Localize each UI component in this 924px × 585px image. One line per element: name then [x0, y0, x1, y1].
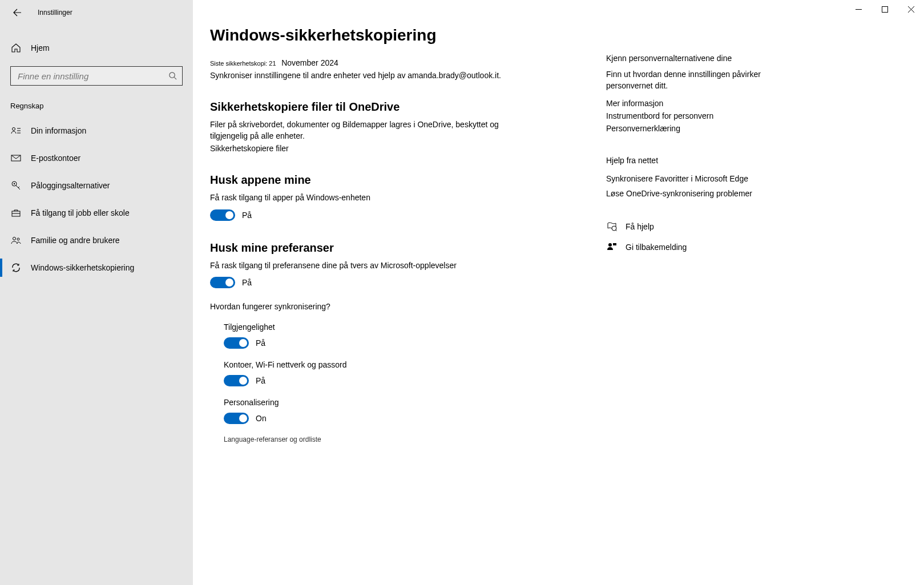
svg-point-2 — [13, 128, 15, 131]
apps-toggle-label: På — [242, 211, 252, 220]
app-title: Innstillinger — [38, 9, 72, 17]
minimize-icon — [856, 6, 862, 13]
content-side: Kjenn personvernalternativene dine Finn … — [606, 26, 800, 585]
sub-personalization-state: On — [256, 414, 267, 423]
sub-accounts-toggle[interactable] — [224, 375, 249, 386]
main-area: Windows-sikkerhetskopiering Siste sikker… — [193, 0, 924, 585]
sub-personalization-toggle[interactable] — [224, 413, 249, 424]
sync-icon — [10, 262, 22, 273]
apps-toggle-row: På — [210, 209, 589, 221]
sidebar-item-label: Din informasjon — [31, 126, 86, 135]
section-apps: Husk appene mine Få rask tilgang til app… — [210, 174, 589, 221]
svg-point-8 — [14, 183, 15, 184]
privacy-link-statement[interactable]: Personvernerklæring — [606, 124, 800, 133]
maximize-button[interactable] — [871, 0, 898, 18]
sidebar-section-label: Regnskap — [10, 102, 183, 110]
sidebar-item-label: Påloggingsalternativer — [31, 181, 110, 190]
sync-info: Synkroniser innstillingene til andre enh… — [210, 71, 589, 80]
onedrive-backup-link[interactable]: Sikkerhetskopiere filer — [210, 144, 589, 153]
svg-point-12 — [17, 238, 19, 240]
feedback-label: Gi tilbakemelding — [626, 243, 687, 252]
sidebar-item-label: Familie og andre brukere — [31, 236, 120, 245]
privacy-heading: Kjenn personvernalternativene dine — [606, 54, 800, 63]
close-button[interactable] — [898, 0, 924, 18]
svg-point-11 — [13, 237, 16, 240]
sidebar-item-work-school[interactable]: Få tilgang til jobb eller skole — [0, 199, 193, 227]
onedrive-desc: Filer på skrivebordet, dokumenter og Bil… — [210, 119, 530, 142]
apps-desc: Få rask tilgang til apper på Windows-enh… — [210, 192, 530, 204]
prefs-heading: Husk mine preferanser — [210, 241, 589, 255]
key-icon — [10, 180, 22, 191]
person-card-icon — [10, 125, 22, 136]
page-title: Windows-sikkerhetskopiering — [210, 26, 589, 45]
svg-rect-14 — [882, 6, 887, 12]
last-backup-label: Siste sikkerhetskopi: 21 — [210, 60, 276, 67]
sidebar-item-label: Windows-sikkerhetskopiering — [31, 263, 134, 272]
sub-personalization-label: Personalisering — [224, 398, 589, 407]
close-icon — [908, 6, 914, 13]
apps-heading: Husk appene mine — [210, 174, 589, 187]
feedback-icon — [606, 241, 618, 253]
sidebar-item-family[interactable]: Familie og andre brukere — [0, 227, 193, 254]
svg-line-18 — [616, 229, 617, 231]
sub-accessibility-state: På — [256, 338, 265, 348]
web-heading: Hjelp fra nettet — [606, 156, 800, 165]
search-icon — [168, 71, 177, 80]
sidebar-item-email[interactable]: E-postkontoer — [0, 144, 193, 172]
sub-accounts: Kontoer, Wi-Fi nettverk og passord På — [224, 360, 589, 386]
prefs-desc: Få rask tilgang til preferansene dine på… — [210, 260, 530, 272]
help-icon — [606, 221, 618, 232]
side-actions-block: Få hjelp Gi tilbakemelding — [606, 221, 800, 253]
web-link-edge-favs[interactable]: Synkronisere Favoritter i Microsoft Edge — [606, 174, 800, 183]
how-sync-link[interactable]: Hvordan fungerer synkronisering? — [210, 302, 589, 311]
get-help-label: Få hjelp — [626, 222, 654, 231]
sidebar-nav: Din informasjon E-postkontoer Påloggings… — [0, 117, 193, 281]
sidebar: Innstillinger Hjem Regnskap Din informas… — [0, 0, 193, 585]
onedrive-heading: Sikkerhetskopiere filer til OneDrive — [210, 100, 589, 114]
window-controls — [845, 0, 924, 18]
home-icon — [10, 42, 22, 54]
arrow-left-icon — [13, 8, 22, 17]
prefs-toggle[interactable] — [210, 277, 235, 288]
sub-accounts-state: På — [256, 376, 265, 385]
web-link-onedrive[interactable]: Løse OneDrive-synkronisering problemer — [606, 189, 800, 198]
prefs-toggle-row: På — [210, 277, 589, 288]
feedback-link[interactable]: Gi tilbakemelding — [606, 241, 800, 253]
prefs-toggle-label: På — [242, 278, 252, 287]
content-main: Windows-sikkerhetskopiering Siste sikker… — [210, 26, 606, 585]
section-onedrive: Sikkerhetskopiere filer til OneDrive Fil… — [210, 100, 589, 153]
sidebar-item-your-info[interactable]: Din informasjon — [0, 117, 193, 144]
sub-accessibility: Tilgjengelighet På — [224, 322, 589, 349]
svg-point-0 — [170, 72, 175, 78]
sub-language-cut: Language-referanser og ordliste — [224, 435, 589, 443]
privacy-text: Finn ut hvordan denne innstillingen påvi… — [606, 68, 800, 92]
last-backup-line: Siste sikkerhetskopi: 21 November 2024 — [210, 58, 589, 67]
privacy-link-more[interactable]: Mer informasjon — [606, 99, 800, 108]
sub-personalization: Personalisering On — [224, 398, 589, 424]
mail-icon — [10, 152, 22, 164]
briefcase-icon — [10, 207, 22, 219]
back-button[interactable] — [10, 6, 24, 19]
last-backup-date: November 2024 — [281, 58, 338, 67]
section-prefs: Husk mine preferanser Få rask tilgang ti… — [210, 241, 589, 444]
privacy-link-dashboard[interactable]: Instrumentbord for personvern — [606, 111, 800, 120]
svg-point-19 — [608, 243, 612, 247]
apps-toggle[interactable] — [210, 209, 235, 221]
sidebar-item-label: Få tilgang til jobb eller skole — [31, 208, 130, 217]
sub-accounts-label: Kontoer, Wi-Fi nettverk og passord — [224, 360, 589, 369]
sidebar-home-label: Hjem — [31, 43, 50, 53]
sub-accessibility-label: Tilgjengelighet — [224, 322, 589, 332]
maximize-icon — [882, 6, 888, 13]
people-icon — [10, 235, 22, 246]
get-help-link[interactable]: Få hjelp — [606, 221, 800, 232]
side-web-block: Hjelp fra nettet Synkronisere Favoritter… — [606, 156, 800, 198]
search-box[interactable] — [10, 66, 183, 86]
sidebar-item-label: E-postkontoer — [31, 154, 80, 163]
side-privacy-block: Kjenn personvernalternativene dine Finn … — [606, 54, 800, 133]
search-input[interactable] — [18, 71, 168, 81]
sidebar-item-backup[interactable]: Windows-sikkerhetskopiering — [0, 254, 193, 281]
sidebar-item-signin[interactable]: Påloggingsalternativer — [0, 172, 193, 199]
minimize-button[interactable] — [845, 0, 871, 18]
sub-accessibility-toggle[interactable] — [224, 337, 249, 349]
sidebar-home[interactable]: Hjem — [0, 38, 193, 58]
